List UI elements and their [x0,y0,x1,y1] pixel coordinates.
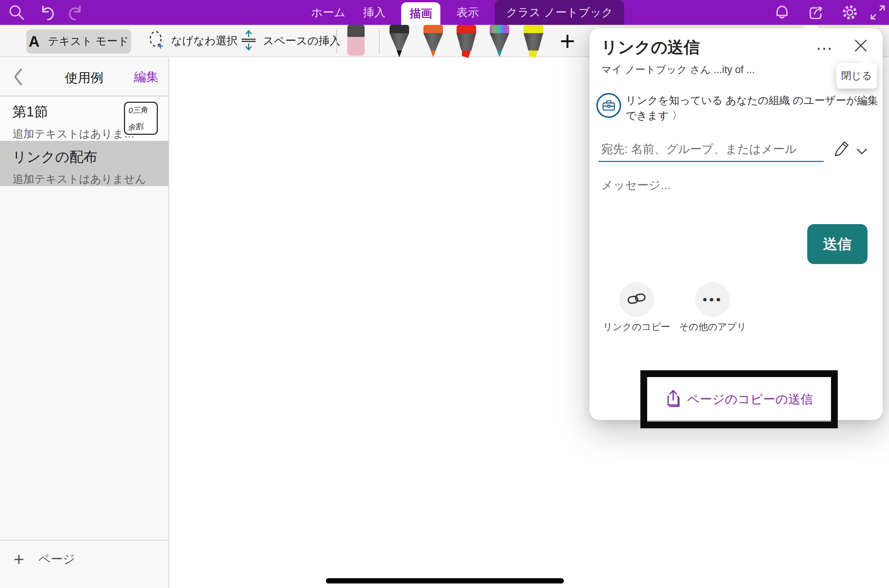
pencil-edit-icon[interactable] [833,140,850,157]
page-title: リンクの配布 [12,148,168,166]
eraser-cap [347,25,365,37]
settings-gear-icon[interactable] [841,3,859,21]
fullscreen-expand-icon[interactable] [869,3,887,21]
page-list-item-selected[interactable]: リンクの配布 追加テキストはありません [0,141,168,186]
copy-link-button[interactable] [619,282,654,317]
undo-icon[interactable] [38,3,56,21]
insert-space-button[interactable]: スペースの挿入 [240,25,341,57]
tab-class-notebook[interactable]: クラス ノートブック [495,0,624,25]
dialog-title: リンクの送信 [601,37,700,58]
black-pen-tool[interactable] [390,25,409,57]
ribbon-tabs: ホーム 挿入 描画 表示 クラス ノートブック [310,0,624,25]
link-permission-text[interactable]: リンクを知っている あなたの組織 のユーザーが編集できます 〉 [626,93,886,123]
share-icon[interactable] [807,3,825,21]
link-icon [627,292,646,307]
notifications-bell-icon[interactable] [773,3,791,21]
top-app-bar: ホーム 挿入 描画 表示 クラス ノートブック [0,0,889,25]
annotation-highlight-rectangle [640,370,838,428]
lasso-select-button[interactable]: なげなわ選択 [148,25,238,57]
sidebar-footer: + ページ [0,540,168,588]
message-input[interactable]: メッセージ... [601,177,671,193]
recipient-underline [599,161,824,162]
thumbnail-ink-line: 0三角 [128,105,148,116]
page-subtitle: 追加テキストはありません [12,172,168,187]
text-mode-button[interactable]: A テキスト モード [26,29,131,53]
briefcase-icon [596,93,621,118]
yellow-highlighter-tool[interactable] [524,25,543,57]
edit-button[interactable]: 編集 [134,69,159,86]
home-indicator-bar[interactable] [326,578,564,583]
tab-insert[interactable]: 挿入 [361,0,387,25]
onenote-app: ホーム 挿入 描画 表示 クラス ノートブック [0,0,889,588]
add-page-button[interactable]: + ページ [14,549,75,570]
page-thumbnail: 0三角 余割. [124,102,158,135]
tab-view[interactable]: 表示 [455,0,480,25]
recipient-input[interactable]: 宛先: 名前、グループ、またはメール [601,141,797,157]
tab-draw-selected[interactable]: 描画 [401,2,440,25]
text-mode-a-glyph: A [29,33,40,50]
eraser-tool[interactable] [347,25,365,56]
close-tooltip: 閉じる [836,63,877,89]
ellipsis-icon: ••• [703,292,723,307]
copy-link-label: リンクのコピー [601,321,672,333]
tooltip-arrow [860,58,872,69]
more-apps-button[interactable]: ••• [695,282,730,317]
page-list-item[interactable]: 第1節 追加テキストはありま… 0三角 余割. [0,96,168,141]
tooltip-text: 閉じる [841,69,872,82]
tab-home[interactable]: ホーム [310,0,347,25]
add-pen-button[interactable]: + [560,25,575,57]
send-button[interactable]: 送信 [807,224,868,264]
toolbar-divider [336,29,337,53]
search-icon[interactable] [8,3,26,21]
notebook-subtitle: マイ ノートブック さん ...ity of ... [601,63,755,76]
text-mode-label: テキスト モード [48,34,129,49]
close-icon[interactable] [853,38,868,53]
sidebar-header: 使用例 編集 [0,57,168,96]
lasso-icon [148,30,165,52]
toolbar-divider [379,29,380,53]
eraser-body [347,37,365,56]
add-page-label: ページ [38,551,75,568]
orange-pen-tool[interactable] [423,25,443,57]
send-link-dialog: リンクの送信 … マイ ノートブック さん ...ity of ... 閉じる … [590,28,883,420]
thumbnail-ink-line: 余割. [127,121,145,133]
page-list-sidebar: 使用例 編集 第1節 追加テキストはありま… 0三角 余割. リンクの配布 追加… [0,57,169,588]
more-apps-label: その他のアプリ [677,321,748,333]
galaxy-pen-tool[interactable] [490,25,509,57]
insert-space-icon [240,29,257,53]
insert-space-label: スペースの挿入 [263,34,341,49]
redo-icon[interactable] [67,3,85,21]
more-options-icon[interactable]: … [816,34,835,54]
lasso-label: なげなわ選択 [171,34,238,49]
plus-icon: + [14,549,24,570]
chevron-down-icon[interactable] [856,148,868,155]
red-marker-tool[interactable] [457,25,476,57]
send-button-label: 送信 [823,235,852,254]
